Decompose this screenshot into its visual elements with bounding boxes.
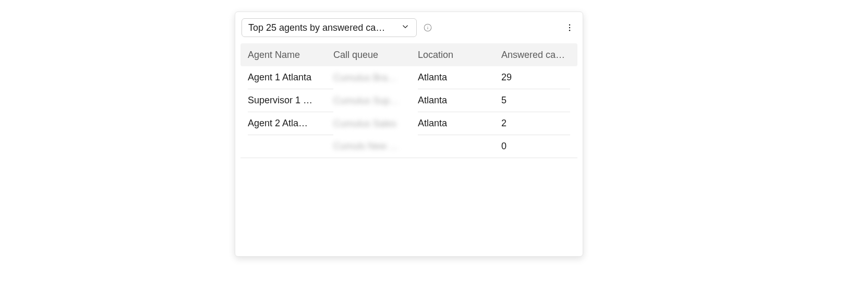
cell-queue: Cumulus Bra… [333, 73, 397, 83]
cell-answered: 5 [501, 95, 507, 106]
svg-point-3 [569, 25, 570, 26]
filter-dropdown[interactable]: Top 25 agents by answered ca… [242, 18, 417, 37]
svg-point-2 [427, 26, 428, 26]
cell-location: Atlanta [418, 72, 447, 83]
column-header-answered[interactable]: Answered ca… [501, 50, 570, 61]
cell-agent: Supervisor 1 … [248, 95, 312, 106]
cell-queue: Cumulus Sales [333, 118, 396, 129]
column-header-location[interactable]: Location [418, 50, 501, 61]
more-options-icon[interactable] [565, 23, 574, 32]
card-header: Top 25 agents by answered ca… [240, 18, 577, 43]
cell-location: Atlanta [418, 118, 447, 129]
column-header-agent[interactable]: Agent Name [248, 50, 333, 61]
info-icon[interactable] [423, 23, 432, 32]
agents-card: Top 25 agents by answered ca… Agent Name [235, 11, 583, 257]
svg-point-5 [569, 30, 570, 31]
filter-dropdown-label: Top 25 agents by answered ca… [248, 22, 395, 33]
cell-queue: Cumuls New … [333, 141, 399, 152]
cell-location: Atlanta [418, 95, 447, 106]
cell-agent: Agent 2 Atla… [248, 118, 308, 129]
table-row[interactable]: Cumuls New … 0 [240, 135, 577, 158]
cell-agent: Agent 1 Atlanta [248, 72, 311, 83]
table-header-row: Agent Name Call queue Location Answered … [240, 43, 577, 66]
table-row[interactable]: Supervisor 1 … Cumulus Sup… Atlanta 5 [240, 89, 577, 112]
cell-answered: 0 [501, 141, 507, 152]
agents-table: Agent Name Call queue Location Answered … [240, 43, 577, 158]
table-row[interactable]: Agent 2 Atla… Cumulus Sales Atlanta 2 [240, 112, 577, 135]
chevron-down-icon [401, 22, 410, 34]
cell-answered: 2 [501, 118, 507, 129]
table-row[interactable]: Agent 1 Atlanta Cumulus Bra… Atlanta 29 [240, 66, 577, 89]
cell-answered: 29 [501, 72, 512, 83]
column-header-queue[interactable]: Call queue [333, 50, 418, 61]
cell-queue: Cumulus Sup… [333, 95, 399, 106]
svg-point-4 [569, 27, 570, 28]
